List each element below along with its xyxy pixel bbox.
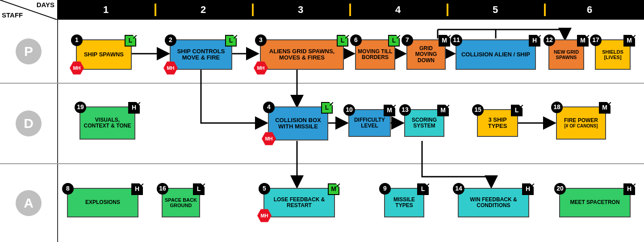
card-number: 1 <box>71 34 83 46</box>
card-number: 2 <box>165 34 176 46</box>
card-number: 11 <box>451 34 462 46</box>
card-title: SHIELDS [LIVES] <box>598 49 628 60</box>
card-17: 17 M SHIELDS [LIVES] <box>595 39 631 70</box>
card-number: 14 <box>453 183 464 195</box>
card-title: COLLISION BOX WITH MISSILE <box>271 117 326 130</box>
day-6: 6 <box>544 0 635 20</box>
card-title: ALIENS GRID SPAWNS, MOVES & FIRES <box>263 48 341 61</box>
day-3: 3 <box>252 0 349 20</box>
card-title: SPACE BACK GROUND <box>164 197 197 208</box>
priority-tag: M <box>439 35 450 47</box>
card-9: 9 L MISSILE TYPES <box>384 188 424 217</box>
day-tick <box>155 4 156 16</box>
card-number: 10 <box>343 104 355 116</box>
priority-tag: L <box>225 35 237 47</box>
day-4: 4 <box>349 0 447 20</box>
card-3: 3 L ALIENS GRID SPAWNS, MOVES & FIRES MH <box>260 39 344 70</box>
must-have-badge: MH <box>257 208 272 223</box>
row-d: D <box>0 84 57 163</box>
priority-tag: M <box>599 102 611 114</box>
priority-tag: L <box>337 35 348 47</box>
day-2: 2 <box>155 0 252 20</box>
card-title: COLLISION ALIEN / SHIP <box>458 51 533 58</box>
card-number: 17 <box>590 34 602 46</box>
card-number: 8 <box>62 183 74 195</box>
card-title: 3 SHIP TYPES <box>480 117 515 130</box>
card-number: 13 <box>399 104 411 116</box>
must-have-badge: MH <box>254 61 268 75</box>
priority-tag: L <box>417 183 429 195</box>
priority-tag: H <box>623 183 635 195</box>
card-title: SHIP CONTROLS MOVE & FIRE <box>172 48 230 61</box>
card-15: 15 L 3 SHIP TYPES <box>477 109 518 137</box>
card-title: MEET SPACETRON <box>562 200 628 205</box>
priority-tag: M <box>328 183 339 195</box>
priority-tag: L <box>193 183 205 195</box>
axis-corner: DAYS STAFF <box>0 0 57 20</box>
must-have-badge: MH <box>70 61 84 75</box>
card-11: 11 H COLLISION ALIEN / SHIP <box>456 39 536 70</box>
card-8: 8 H EXPLOSIONS <box>67 188 138 217</box>
priority-tag: L <box>125 35 136 47</box>
card-title: NEW GRID SPAWNS <box>551 49 581 60</box>
card-title: SCORING SYSTEM <box>407 117 442 129</box>
card-title: DIFFICULTY LEVEL <box>351 117 388 129</box>
row-a: A <box>0 164 57 242</box>
card-number: 20 <box>554 183 566 195</box>
day-tick <box>252 4 254 16</box>
card-16: 16 L SPACE BACK GROUND <box>162 188 200 217</box>
row-p-label: P <box>16 38 42 64</box>
card-title: LOSE FEEDBACK & RESTART <box>266 197 332 208</box>
card-7: 7 M GRID MOVING DOWN <box>406 39 446 70</box>
row-p: P <box>0 20 57 83</box>
card-number: 16 <box>157 183 168 195</box>
card-number: 7 <box>401 34 413 46</box>
card-2: 2 L SHIP CONTROLS MOVE & FIRE MH <box>170 39 232 70</box>
column-divider <box>57 20 58 242</box>
must-have-badge: MH <box>163 61 178 75</box>
card-title: EXPLOSIONS <box>70 200 136 205</box>
card-number: 4 <box>263 102 275 113</box>
card-18: 18 M FIRE POWER [# OF CANONS] <box>556 106 606 140</box>
priority-tag: L <box>511 105 523 116</box>
day-tick <box>349 4 351 16</box>
card-title: FIRE POWER <box>559 118 603 123</box>
priority-tag: H <box>131 183 143 195</box>
card-title: VISUALS, CONTEXT & TONE <box>82 117 133 129</box>
card-number: 6 <box>350 34 362 46</box>
card-1: 1 L SHIP SPAWNS MH <box>76 39 132 70</box>
card-number: 18 <box>551 102 563 113</box>
card-title: MOVING TILL BORDERS <box>358 49 393 60</box>
row-d-label: D <box>16 110 42 136</box>
axis-staff-label: STAFF <box>2 11 23 19</box>
priority-tag: M <box>437 105 449 116</box>
priority-tag: L <box>388 35 400 47</box>
card-20: 20 H MEET SPACETRON <box>559 188 631 217</box>
priority-tag: M <box>623 35 635 47</box>
card-12: 12 M NEW GRID SPAWNS <box>548 39 584 70</box>
card-10: 10 M DIFFICULTY LEVEL <box>348 109 391 137</box>
day-tick <box>447 4 448 16</box>
card-19: 19 H VISUALS, CONTEXT & TONE <box>79 106 135 140</box>
priority-tag: M <box>577 35 589 47</box>
card-6: 6 L MOVING TILL BORDERS <box>355 39 395 70</box>
priority-tag: L <box>321 102 333 114</box>
priority-tag: H <box>522 183 534 195</box>
card-13: 13 M SCORING SYSTEM <box>404 109 444 137</box>
row-divider <box>0 83 644 84</box>
row-a-label: A <box>16 190 42 216</box>
card-number: 15 <box>472 104 484 116</box>
days-arrowhead <box>636 0 644 20</box>
card-5: 5 M LOSE FEEDBACK & RESTART MH <box>263 188 335 217</box>
card-title: SHIP SPAWNS <box>79 51 129 58</box>
priority-tag: H <box>128 102 140 114</box>
day-5: 5 <box>447 0 544 20</box>
card-4: 4 L COLLISION BOX WITH MISSILE MH <box>268 106 328 140</box>
priority-tag: M <box>384 105 395 116</box>
row-divider <box>0 163 644 164</box>
must-have-badge: MH <box>262 132 276 146</box>
card-title: WIN FEEDBACK & CONDITIONS <box>460 197 527 208</box>
card-14: 14 H WIN FEEDBACK & CONDITIONS <box>458 188 529 217</box>
day-1: 1 <box>57 0 155 20</box>
card-number: 5 <box>259 183 270 195</box>
